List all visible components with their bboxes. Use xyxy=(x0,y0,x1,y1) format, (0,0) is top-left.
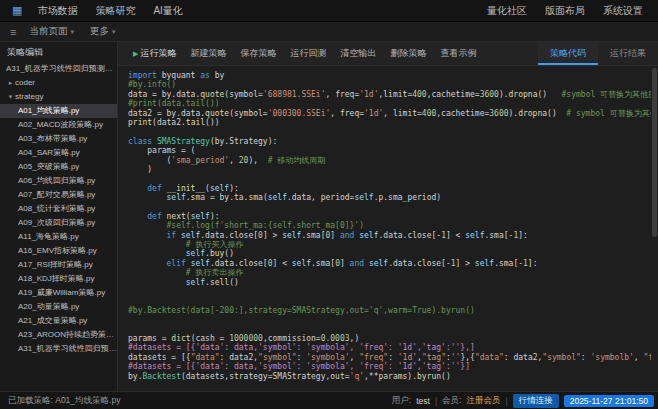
code-line: print(data2.tail()) xyxy=(128,118,650,127)
tree-file-item[interactable]: A31_机器学习线性回归预测策略.py xyxy=(0,62,117,76)
tree-file-item[interactable]: A08_统计套利策略.py xyxy=(0,202,117,216)
tree-file-item[interactable]: A16_EMV指标策略.py xyxy=(0,244,117,258)
tree-file-item[interactable]: A18_KDJ择时策略.py xyxy=(0,272,117,286)
menubar-item[interactable]: 系统设置 xyxy=(594,0,652,22)
tree-item-label: A31_机器学习线性回归预测策略.py xyxy=(18,344,117,353)
chevron-down-icon: ▾ xyxy=(70,28,74,36)
user-value: test xyxy=(416,396,430,406)
toolbar-button[interactable]: 查看示例 xyxy=(433,47,483,60)
tree-file-item[interactable]: A21_成交量策略.py xyxy=(0,314,117,328)
editor-tabs: 策略代码运行结果 xyxy=(538,42,658,65)
code-line: data2 = by.data.quote(symbol='000300.SSE… xyxy=(128,109,650,118)
code-line: if self.data.close[0] > self.sma[0] and … xyxy=(128,231,650,240)
editor-toolbar: ▶运行策略新建策略保存策略运行回测清空输出删除策略查看示例 策略代码运行结果 xyxy=(118,42,658,66)
tree-file-item[interactable]: A07_配对交易策略.py xyxy=(0,188,117,202)
toolbar-button-label: 删除策略 xyxy=(390,47,426,60)
code-line: self.sell() xyxy=(128,278,650,287)
code-line: by.Backtest(datasets,strategy=SMAStrateg… xyxy=(128,372,650,381)
code-line: #by.info() xyxy=(128,80,650,89)
tree-item-label: A07_配对交易策略.py xyxy=(18,190,95,199)
tree-file-item[interactable]: A04_SAR策略.py xyxy=(0,146,117,160)
sidebar-title: 策略编辑 xyxy=(0,42,117,62)
member-value: 注册会员 xyxy=(466,395,500,407)
user-label: 用户: xyxy=(392,395,411,407)
menu-icon[interactable]: ≡ xyxy=(5,26,21,38)
tree-file-item[interactable]: A23_AROON持续趋势策略.py xyxy=(0,328,117,342)
tree-file-item[interactable]: A09_次级回归策略.py xyxy=(0,216,117,230)
subtoolbar-item[interactable]: 更多▾ xyxy=(82,22,124,42)
menubar: ▦ 市场数据策略研究AI量化 量化社区版面布局系统设置 xyxy=(0,0,658,22)
tree-item-label: A03_布林带策略.py xyxy=(18,134,87,143)
code-line: # 执行卖出操作 xyxy=(128,268,650,277)
code-line xyxy=(128,315,650,324)
code-line: params = dict(cash = 1000000,commission=… xyxy=(128,334,650,343)
menubar-item[interactable]: 量化社区 xyxy=(478,0,536,22)
toolbar-button-label: 新建策略 xyxy=(190,47,226,60)
tree-folder-item[interactable]: ▸coder xyxy=(0,76,117,90)
subtoolbar-item-label: 当前页面 xyxy=(29,25,67,38)
tree-item-label: A17_RSI择时策略.py xyxy=(18,260,93,269)
tree-file-item[interactable]: A06_均线回归策略.py xyxy=(0,174,117,188)
code-line: data = by.data.quote(symbol='688981.SSEi… xyxy=(128,90,650,99)
toolbar-button[interactable]: 清空输出 xyxy=(333,47,383,60)
tree-item-label: A31_机器学习线性回归预测策略.py xyxy=(6,64,117,73)
toolbar-button[interactable]: 新建策略 xyxy=(183,47,233,60)
menubar-item[interactable]: 策略研究 xyxy=(86,0,144,22)
toolbar-button[interactable]: 删除策略 xyxy=(383,47,433,60)
toolbar-button[interactable]: ▶运行策略 xyxy=(126,47,183,60)
subtoolbar-item-label: 更多 xyxy=(90,25,109,38)
tree-item-label: A06_均线回归策略.py xyxy=(18,176,95,185)
subtoolbar-item[interactable]: 当前页面▾ xyxy=(21,22,82,42)
code-line: datasets = [{"data": data2,"symbol": 'sy… xyxy=(128,353,650,362)
toolbar-buttons: ▶运行策略新建策略保存策略运行回测清空输出删除策略查看示例 xyxy=(126,42,483,65)
member-label: 会员: xyxy=(442,395,461,407)
scrollbar-thumb[interactable] xyxy=(652,68,657,237)
market-connection-badge[interactable]: 行情连接 xyxy=(513,394,559,408)
code-line: def __init__(self): xyxy=(128,184,650,193)
tree-file-item[interactable]: A01_均线策略.py xyxy=(0,104,117,118)
code-editor[interactable]: import byquant as by#by.info()data = by.… xyxy=(118,66,658,391)
menubar-item[interactable]: 版面布局 xyxy=(536,0,594,22)
tree-file-item[interactable]: A05_突破策略.py xyxy=(0,160,117,174)
tree-item-label: strategy xyxy=(15,92,43,101)
tree-item-label: A02_MACD波段策略.py xyxy=(18,120,103,129)
tree-item-label: A21_成交量策略.py xyxy=(18,316,87,325)
editor-tab[interactable]: 运行结果 xyxy=(598,42,658,65)
tree-file-item[interactable]: A11_海龟策略.py xyxy=(0,230,117,244)
tree-item-label: A16_EMV指标策略.py xyxy=(18,246,97,255)
toolbar-button[interactable]: 运行回测 xyxy=(283,47,333,60)
code-line: self.buy() xyxy=(128,249,650,258)
separator: | xyxy=(505,396,507,406)
tree-file-item[interactable]: A31_机器学习线性回归预测策略.py xyxy=(0,342,117,356)
menubar-item[interactable]: AI量化 xyxy=(144,0,191,22)
tree-folder-item[interactable]: ▾strategy xyxy=(0,90,117,104)
tree-item-label: A11_海龟策略.py xyxy=(18,232,79,241)
code-line: params = ( xyxy=(128,146,650,155)
code-line: #datasets = [{'data': data,'symbol': 'sy… xyxy=(128,362,650,371)
code-line xyxy=(128,127,650,136)
code-line: self.sma = by.ta.sma(self.data, period=s… xyxy=(128,193,650,202)
code-line xyxy=(128,325,650,334)
editor-scrollbar[interactable] xyxy=(651,66,658,391)
code-line: #print(data.tail()) xyxy=(128,99,650,108)
app-logo-icon: ▦ xyxy=(6,4,28,17)
tree-file-item[interactable]: A03_布林带策略.py xyxy=(0,132,117,146)
tree-item-label: A19_威廉William策略.py xyxy=(18,288,105,297)
code-line xyxy=(128,174,650,183)
editor-tab[interactable]: 策略代码 xyxy=(538,42,598,65)
code-line: class SMAStrategy(by.Strategy): xyxy=(128,137,650,146)
tree-item-label: A20_动量策略.py xyxy=(18,302,79,311)
code-line: #self.log(f'short_ma:{self.short_ma[0]}'… xyxy=(128,221,650,230)
toolbar-button-label: 运行回测 xyxy=(290,47,326,60)
tree-item-label: coder xyxy=(15,78,35,87)
code-line: #datasets = [{'data': data,'symbol': 'sy… xyxy=(128,343,650,352)
tree-file-item[interactable]: A19_威廉William策略.py xyxy=(0,286,117,300)
tree-file-item[interactable]: A20_动量策略.py xyxy=(0,300,117,314)
tree-file-item[interactable]: A17_RSI择时策略.py xyxy=(0,258,117,272)
tree-item-label: A01_均线策略.py xyxy=(18,106,79,115)
toolbar-button[interactable]: 保存策略 xyxy=(233,47,283,60)
tree-file-item[interactable]: A02_MACD波段策略.py xyxy=(0,118,117,132)
file-tree: A31_机器学习线性回归预测策略.py▸coder▾strategyA01_均线… xyxy=(0,62,117,391)
menubar-item[interactable]: 市场数据 xyxy=(28,0,86,22)
code-line: ('sma_period', 20), # 移动均线周期 xyxy=(128,156,650,165)
